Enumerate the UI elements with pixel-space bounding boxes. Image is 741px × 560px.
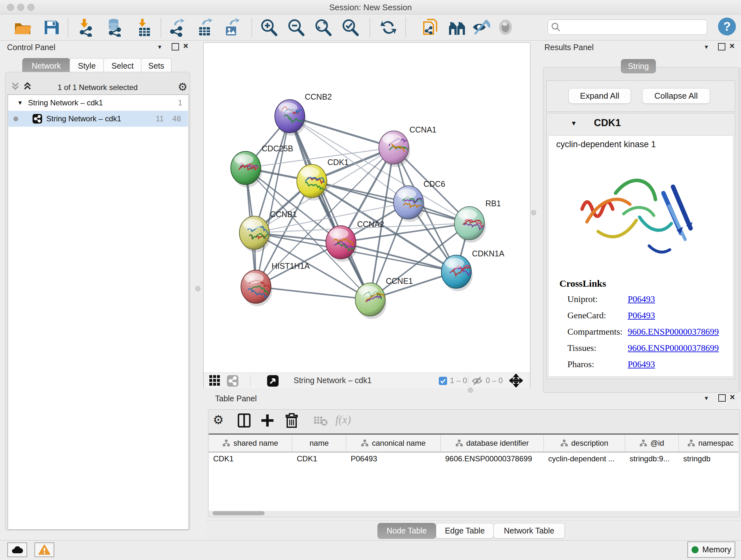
graph-node-RB1[interactable] — [455, 206, 486, 243]
hide-selected-icon[interactable] — [472, 18, 490, 37]
grid-view-icon[interactable] — [209, 374, 221, 387]
control-panel-float-icon[interactable]: ▼ — [157, 44, 162, 51]
zoom-selected-icon[interactable] — [341, 18, 359, 37]
tab-network-table[interactable]: Network Table — [493, 523, 565, 539]
table-cell[interactable]: CDK1 — [209, 451, 292, 466]
graph-node-CDC6[interactable] — [394, 186, 426, 222]
graph-edge-CCNB2-HIST1H1A — [256, 116, 290, 287]
table-hscrollbar-track[interactable] — [209, 511, 738, 516]
duplicate-network-icon[interactable] — [422, 18, 441, 37]
graph-node-CDKN1A[interactable] — [441, 255, 473, 291]
graph-node-CCNB2[interactable] — [275, 100, 306, 136]
crosslink-link[interactable]: P06493 — [628, 359, 655, 369]
first-neighbors-icon[interactable] — [448, 18, 467, 37]
open-session-icon[interactable] — [13, 18, 32, 37]
graph-edge-CCNB2-CCNE1 — [290, 116, 370, 300]
crosslink-link[interactable]: P06493 — [628, 294, 655, 304]
graph-node-CCNA1[interactable] — [379, 131, 410, 167]
table-settings-gear-icon[interactable]: ⚙ — [213, 413, 224, 427]
collection-expand-icon[interactable]: ▼ — [17, 100, 23, 106]
zoom-fit-icon[interactable] — [314, 18, 332, 37]
selected-checkbox-icon[interactable] — [439, 376, 448, 385]
column-header-database-identifier[interactable]: database identifier — [441, 435, 544, 452]
cloud-button[interactable] — [7, 543, 27, 557]
network-type-icon — [32, 114, 43, 124]
memory-button[interactable]: Memory — [687, 542, 735, 558]
network-row-selected[interactable]: String Network – cdk1 11 48 — [8, 111, 188, 127]
tab-select[interactable]: Select — [104, 58, 142, 74]
fit-content-icon[interactable] — [509, 374, 523, 387]
warning-button[interactable] — [35, 543, 54, 557]
show-all-icon[interactable] — [496, 18, 515, 37]
control-panel-close-icon[interactable]: × — [183, 43, 188, 49]
table-cell[interactable]: 9606.ENSP00000378699 — [441, 451, 544, 466]
table-panel-float-icon[interactable]: ▼ — [704, 395, 709, 401]
zoom-in-icon[interactable] — [259, 18, 278, 37]
expand-all-button[interactable]: Expand All — [568, 88, 631, 104]
control-panel-undock-icon[interactable] — [172, 43, 179, 51]
column-header-name[interactable]: name — [292, 435, 346, 452]
crosslink-link[interactable]: 9606.ENSP00000378699 — [628, 327, 719, 337]
column-header-shared-name[interactable]: shared name — [209, 435, 292, 452]
table-panel-close-icon[interactable]: × — [730, 394, 735, 400]
import-network-icon[interactable] — [77, 18, 96, 37]
table-hscrollbar-thumb[interactable] — [212, 511, 265, 515]
graph-node-CCNE1[interactable] — [355, 283, 387, 319]
column-header-description[interactable]: description — [544, 435, 625, 452]
network-options-gear-icon[interactable]: ⚙ — [178, 80, 187, 93]
results-scrollbar[interactable] — [738, 67, 741, 392]
separator — [250, 375, 251, 386]
crosslink-link[interactable]: 9606.ENSP00000378699 — [628, 343, 719, 353]
crosslink-link[interactable]: P06493 — [628, 310, 655, 320]
results-panel-close-icon[interactable]: × — [730, 43, 735, 49]
results-panel-undock-icon[interactable] — [718, 43, 725, 51]
table-cell[interactable]: CDK1 — [292, 451, 346, 466]
tab-edge-table[interactable]: Edge Table — [436, 523, 494, 539]
column-header-canonical-name[interactable]: canonical name — [346, 435, 441, 452]
table-columns-icon[interactable] — [238, 414, 251, 428]
table-cell[interactable]: cyclin-dependent ... — [544, 451, 625, 466]
results-panel-title: Results Panel — [544, 43, 594, 52]
zoom-out-icon[interactable] — [286, 18, 305, 37]
table-cell[interactable]: stringdb:9... — [625, 451, 679, 466]
add-column-icon[interactable] — [261, 414, 274, 427]
search-input[interactable] — [562, 21, 704, 33]
export-image-icon[interactable] — [223, 18, 241, 37]
help-icon[interactable]: ? — [718, 17, 736, 36]
tab-network[interactable]: Network — [22, 58, 70, 74]
import-table-icon[interactable] — [135, 18, 154, 37]
network-view-icon[interactable] — [226, 375, 239, 387]
tab-sets[interactable]: Sets — [141, 58, 172, 74]
table-cell[interactable]: stringdb — [679, 451, 738, 466]
column-header-label: description — [571, 439, 608, 448]
column-header--id[interactable]: @id — [625, 435, 679, 452]
save-session-icon[interactable] — [42, 18, 61, 37]
network-label: String Network – cdk1 — [46, 114, 121, 123]
tab-style[interactable]: Style — [70, 58, 104, 74]
graph-node-CDK1[interactable] — [297, 165, 328, 200]
table-row[interactable]: CDK1CDK1P064939606.ENSP00000378699cyclin… — [209, 451, 738, 466]
delete-column-icon[interactable] — [286, 413, 298, 428]
graph-node-label-CDC25B: CDC25B — [262, 144, 293, 153]
open-in-window-icon[interactable] — [267, 375, 279, 387]
results-panel-float-icon[interactable]: ▼ — [704, 44, 709, 51]
collapse-all-button[interactable]: Collapse All — [642, 88, 710, 104]
graph-node-CCNA2[interactable] — [326, 226, 358, 262]
column-header-namespac[interactable]: namespac — [679, 435, 738, 452]
network-collection-row[interactable]: ▼ String Network – cdk1 1 — [8, 95, 188, 111]
right-splitter-handle[interactable] — [531, 210, 536, 215]
tab-string[interactable]: String — [621, 59, 656, 73]
network-canvas[interactable]: CCNB2CCNA1CDC25BCDK1CDC6RB1CCNB1CCNA2CDK… — [203, 43, 530, 388]
network-graph[interactable]: CCNB2CCNA1CDC25BCDK1CDC6RB1CCNB1CCNA2CDK… — [204, 43, 530, 373]
table-panel-undock-icon[interactable] — [718, 394, 726, 401]
export-table-icon[interactable] — [196, 18, 214, 37]
export-network-icon[interactable] — [169, 18, 187, 37]
left-splitter-handle[interactable] — [195, 286, 200, 291]
refresh-icon[interactable] — [379, 18, 398, 37]
import-database-icon[interactable] — [105, 18, 124, 37]
cdk1-collapse-icon[interactable]: ▼ — [570, 120, 577, 127]
tab-node-table[interactable]: Node Table — [378, 523, 436, 539]
graph-node-CDC25B[interactable] — [231, 151, 262, 187]
table-cell[interactable]: P06493 — [346, 451, 441, 466]
table-header-row: shared namenamecanonical namedatabase id… — [209, 434, 738, 452]
